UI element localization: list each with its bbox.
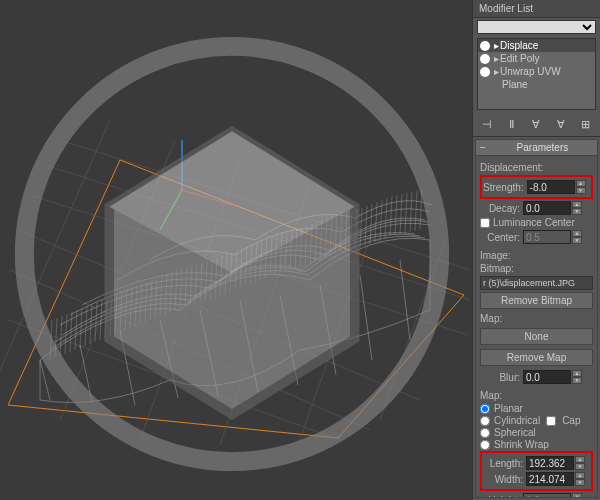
spin-down-icon[interactable]: ▼ xyxy=(575,479,585,486)
spin-up-icon[interactable]: ▲ xyxy=(572,370,582,377)
spin-down-icon[interactable]: ▼ xyxy=(575,463,585,470)
height-spinner: ▲▼ xyxy=(523,493,593,498)
parameters-rollout: − Parameters Displacement: Strength: ▲▼ … xyxy=(475,139,598,498)
lightbulb-icon[interactable] xyxy=(480,41,490,51)
bitmap-path-button[interactable]: r (5)\displacement.JPG xyxy=(480,276,593,290)
strength-highlight: Strength: ▲▼ xyxy=(480,175,593,199)
displacement-group-label: Displacement: xyxy=(480,162,593,173)
blur-spinner[interactable]: ▲▼ xyxy=(523,370,593,384)
image-group-label: Image: xyxy=(480,250,593,261)
height-label: Height: xyxy=(480,495,520,499)
collapse-icon: − xyxy=(480,142,486,153)
decay-label: Decay: xyxy=(480,203,520,214)
pin-stack-icon[interactable]: ⊣ xyxy=(479,116,495,132)
viewport-3d[interactable] xyxy=(0,0,472,500)
map-slot-button[interactable]: None xyxy=(480,328,593,345)
make-unique-icon[interactable]: ∀ xyxy=(528,116,544,132)
width-label: Width: xyxy=(483,474,523,485)
blur-input[interactable] xyxy=(523,370,571,384)
remove-map-button[interactable]: Remove Map xyxy=(480,349,593,366)
expand-icon[interactable]: ▸ xyxy=(492,40,500,51)
stack-item-unwrap[interactable]: ▸ Unwrap UVW xyxy=(478,65,595,78)
rollout-header[interactable]: − Parameters xyxy=(476,140,597,156)
modifier-list-label: Modifier List xyxy=(473,0,600,18)
spin-up-icon[interactable]: ▲ xyxy=(575,456,585,463)
center-spinner: ▲▼ xyxy=(523,230,593,244)
decay-input[interactable] xyxy=(523,201,571,215)
spin-down-icon[interactable]: ▼ xyxy=(576,187,586,194)
spin-up-icon[interactable]: ▲ xyxy=(576,180,586,187)
height-input xyxy=(523,493,571,498)
cap-checkbox[interactable] xyxy=(546,416,556,426)
remove-modifier-icon[interactable]: ∀ xyxy=(553,116,569,132)
map-group-label: Map: xyxy=(480,390,593,401)
length-spinner[interactable]: ▲▼ xyxy=(526,456,590,470)
spin-up-icon[interactable]: ▲ xyxy=(575,472,585,479)
stack-item-plane[interactable]: Plane xyxy=(478,78,595,91)
spin-up-icon: ▲ xyxy=(572,230,582,237)
stack-item-displace[interactable]: ▸ Displace xyxy=(478,39,595,52)
stack-item-editpoly[interactable]: ▸ Edit Poly xyxy=(478,52,595,65)
expand-icon[interactable]: ▸ xyxy=(492,66,500,77)
length-width-highlight: Length: ▲▼ Width: ▲▼ xyxy=(480,451,593,491)
lightbulb-icon[interactable] xyxy=(480,54,490,64)
show-result-icon[interactable]: Ⅱ xyxy=(504,116,520,132)
luminance-checkbox[interactable]: Luminance Center xyxy=(480,217,593,228)
spin-down-icon: ▼ xyxy=(572,237,582,244)
lightbulb-icon[interactable] xyxy=(480,67,490,77)
configure-icon[interactable]: ⊞ xyxy=(578,116,594,132)
strength-input[interactable] xyxy=(527,180,575,194)
width-spinner[interactable]: ▲▼ xyxy=(526,472,590,486)
spin-up-icon[interactable]: ▲ xyxy=(572,201,582,208)
center-label: Center: xyxy=(480,232,520,243)
map-cylindrical-radio[interactable]: CylindricalCap xyxy=(480,415,593,426)
blur-label: Blur: xyxy=(480,372,520,383)
viewcube[interactable] xyxy=(0,4,468,500)
length-input[interactable] xyxy=(526,456,574,470)
width-input[interactable] xyxy=(526,472,574,486)
remove-bitmap-button[interactable]: Remove Bitmap xyxy=(480,292,593,309)
modifier-list-dropdown[interactable] xyxy=(477,20,596,34)
spin-down-icon[interactable]: ▼ xyxy=(572,377,582,384)
spin-up-icon: ▲ xyxy=(572,493,582,498)
length-label: Length: xyxy=(483,458,523,469)
spin-down-icon[interactable]: ▼ xyxy=(572,208,582,215)
expand-icon[interactable]: ▸ xyxy=(492,53,500,64)
decay-spinner[interactable]: ▲▼ xyxy=(523,201,593,215)
strength-spinner[interactable]: ▲▼ xyxy=(527,180,590,194)
map-spherical-radio[interactable]: Spherical xyxy=(480,427,593,438)
center-input xyxy=(523,230,571,244)
map-label: Map: xyxy=(480,313,593,324)
modifier-stack[interactable]: ▸ Displace ▸ Edit Poly ▸ Unwrap UVW Plan… xyxy=(477,38,596,110)
map-shrinkwrap-radio[interactable]: Shrink Wrap xyxy=(480,439,593,450)
map-planar-radio[interactable]: Planar xyxy=(480,403,593,414)
bitmap-label: Bitmap: xyxy=(480,263,593,274)
stack-toolbar: ⊣ Ⅱ ∀ ∀ ⊞ xyxy=(473,112,600,137)
command-panel: Modifier List ▸ Displace ▸ Edit Poly ▸ U… xyxy=(472,0,600,500)
strength-label: Strength: xyxy=(483,182,524,193)
